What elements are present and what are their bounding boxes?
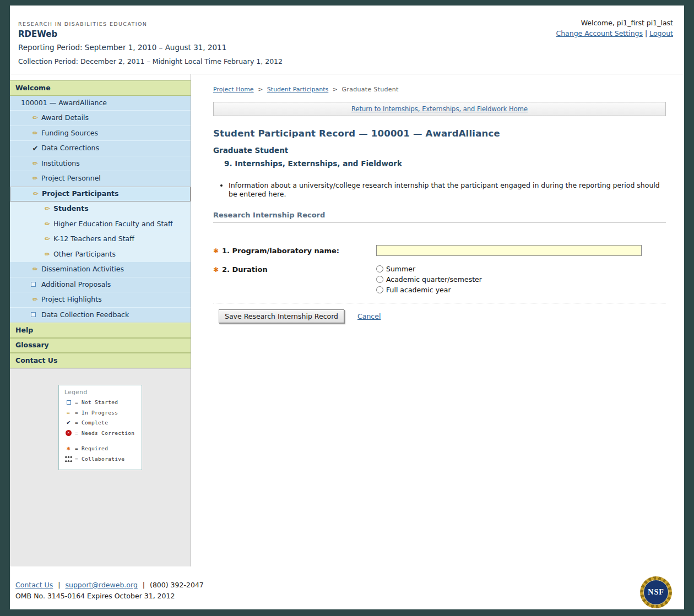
logout-link[interactable]: Logout bbox=[649, 29, 673, 37]
sidebar-item-label: Project Personnel bbox=[41, 171, 101, 186]
not-started-icon bbox=[31, 282, 36, 287]
sidebar-item-dissemination-activities[interactable]: ✏ Dissemination Activities bbox=[10, 262, 191, 277]
footer-email-link[interactable]: support@rdeweb.org bbox=[65, 581, 137, 589]
collaborative-icon bbox=[64, 456, 73, 462]
legend-item-collaborative: = Collaborative bbox=[64, 454, 138, 464]
sidebar-item-label: Other Participants bbox=[53, 247, 116, 262]
sidebar-item-contact-us[interactable]: Contact Us bbox=[10, 353, 191, 368]
sidebar-item-label: Award Details bbox=[41, 111, 89, 126]
duration-option-academic-quarter[interactable]: Academic quarter/semester bbox=[376, 274, 666, 285]
main-content: Project Home > Student Participants > Gr… bbox=[191, 74, 684, 566]
sidebar-item-project-participants[interactable]: ✏ Project Participants bbox=[10, 187, 191, 202]
check-icon: ✔ bbox=[64, 419, 73, 426]
breadcrumb-current: Graduate Student bbox=[341, 86, 398, 93]
not-started-icon bbox=[64, 400, 73, 405]
breadcrumb-student-participants[interactable]: Student Participants bbox=[267, 86, 328, 93]
pencil-icon: ✏ bbox=[64, 409, 73, 416]
pencil-icon: ✏ bbox=[31, 130, 40, 137]
form-row-program-name: ✱1. Program/laboratory name: bbox=[213, 245, 666, 256]
pencil-icon: ✏ bbox=[43, 251, 52, 258]
sidebar-item-award[interactable]: 100001 — AwardAlliance bbox=[10, 96, 191, 111]
sidebar-item-label: Additional Proposals bbox=[41, 277, 111, 292]
radio-academic-quarter[interactable] bbox=[376, 276, 383, 283]
sidebar-item-funding-sources[interactable]: ✏ Funding Sources bbox=[10, 126, 191, 141]
graduate-student-heading: Graduate Student bbox=[213, 146, 666, 155]
save-research-internship-button[interactable]: Save Research Internship Record bbox=[219, 309, 344, 323]
sidebar-item-data-collection-feedback[interactable]: Data Collection Feedback bbox=[10, 308, 191, 323]
pencil-icon: ✏ bbox=[31, 296, 40, 303]
sidebar-item-label: Data Collection Feedback bbox=[41, 308, 129, 323]
legend-item-complete: ✔ = Complete bbox=[64, 418, 138, 428]
sidebar-item-label: Project Participants bbox=[42, 187, 119, 201]
breadcrumb-project-home[interactable]: Project Home bbox=[213, 86, 254, 93]
sidebar-item-project-highlights[interactable]: ✏ Project Highlights bbox=[10, 292, 191, 308]
form-actions: Save Research Internship Record Cancel bbox=[213, 309, 666, 323]
legend-label: Collaborative bbox=[82, 456, 124, 462]
footer-contact-us-link[interactable]: Contact Us bbox=[15, 581, 53, 589]
sidebar-item-other-participants[interactable]: ✏ Other Participants bbox=[10, 247, 191, 263]
legend-label: Complete bbox=[82, 419, 108, 426]
header-account-area: Welcome, pi1_first pi1_last Change Accou… bbox=[556, 19, 673, 37]
info-list: Information about a university/college r… bbox=[229, 181, 666, 199]
sidebar-item-glossary[interactable]: Glossary bbox=[10, 338, 191, 353]
sidebar-item-institutions[interactable]: ✏ Institutions bbox=[10, 156, 191, 172]
not-started-icon bbox=[31, 312, 36, 317]
header-link-separator: | bbox=[645, 29, 647, 37]
form-row-duration: ✱2. Duration Summer Academic quarter/sem… bbox=[213, 264, 666, 295]
sidebar-item-label: Funding Sources bbox=[41, 126, 98, 141]
header: RESEARCH IN DISABILITIES EDUCATION RDEWe… bbox=[10, 6, 684, 74]
research-internship-form: ✱1. Program/laboratory name: ✱2. Duratio… bbox=[213, 245, 666, 295]
sidebar-item-welcome[interactable]: Welcome bbox=[10, 80, 191, 96]
sidebar-item-label: Data Corrections bbox=[41, 141, 99, 156]
reporting-period: Reporting Period: September 1, 2010 – Au… bbox=[18, 43, 673, 52]
duration-option-summer[interactable]: Summer bbox=[376, 264, 666, 274]
change-account-settings-link[interactable]: Change Account Settings bbox=[556, 29, 643, 37]
sidebar-item-students[interactable]: ✏ Students bbox=[10, 201, 191, 217]
required-icon: ✱ bbox=[64, 445, 73, 452]
legend-label: Needs Correction bbox=[82, 430, 134, 436]
cancel-link[interactable]: Cancel bbox=[357, 312, 381, 320]
check-icon: ✔ bbox=[31, 145, 40, 152]
section-divider bbox=[213, 303, 666, 303]
duration-label: ✱2. Duration bbox=[213, 264, 376, 295]
sidebar-item-help[interactable]: Help bbox=[10, 323, 191, 338]
nsf-logo-text: NSF bbox=[643, 580, 669, 605]
sidebar-item-label: Dissemination Activities bbox=[41, 262, 124, 277]
legend-label: Required bbox=[82, 445, 108, 451]
sidebar-item-award-details[interactable]: ✏ Award Details bbox=[10, 111, 191, 126]
radio-full-year[interactable] bbox=[376, 286, 383, 293]
footer: Contact Us | support@rdeweb.org | (800) … bbox=[10, 566, 684, 609]
sidebar-item-data-corrections[interactable]: ✔ Data Corrections bbox=[10, 141, 191, 156]
breadcrumb-separator: > bbox=[258, 86, 263, 93]
return-to-internships-link[interactable]: Return to Internships, Externships, and … bbox=[351, 105, 528, 113]
sidebar-fill: Legend = Not Started ✏ = In Progress bbox=[10, 368, 191, 567]
sidebar-item-higher-ed-faculty-staff[interactable]: ✏ Higher Education Faculty and Staff bbox=[10, 217, 191, 232]
page: RESEARCH IN DISABILITIES EDUCATION RDEWe… bbox=[0, 0, 694, 616]
legend-item-required: ✱ = Required bbox=[64, 444, 138, 454]
duration-option-full-year[interactable]: Full academic year bbox=[376, 285, 666, 295]
pencil-icon: ✏ bbox=[43, 205, 52, 212]
body: Welcome 100001 — AwardAlliance ✏ Award D… bbox=[10, 74, 684, 566]
sidebar-item-label: Project Highlights bbox=[41, 292, 102, 307]
legend-label: Not Started bbox=[82, 399, 118, 405]
sidebar-item-label: Students bbox=[53, 201, 89, 216]
pencil-icon: ✏ bbox=[43, 221, 52, 227]
nsf-logo: NSF bbox=[640, 576, 672, 608]
pencil-icon: ✏ bbox=[31, 115, 40, 121]
program-name-input[interactable] bbox=[376, 245, 642, 256]
sidebar-nav: Welcome 100001 — AwardAlliance ✏ Award D… bbox=[10, 74, 191, 566]
footer-separator: | bbox=[143, 581, 145, 589]
page-title: Student Participant Record — 100001 — Aw… bbox=[213, 128, 666, 139]
form-section-heading: Research Internship Record bbox=[213, 211, 666, 223]
sidebar-item-k12-teachers-staff[interactable]: ✏ K-12 Teachers and Staff bbox=[10, 232, 191, 247]
needs-correction-icon: ✕ bbox=[64, 430, 73, 436]
required-icon: ✱ bbox=[213, 247, 219, 255]
pencil-icon: ✏ bbox=[31, 266, 40, 272]
sidebar-item-project-personnel[interactable]: ✏ Project Personnel bbox=[10, 171, 191, 187]
pencil-icon: ✏ bbox=[31, 190, 40, 197]
pencil-icon: ✏ bbox=[31, 175, 40, 182]
radio-summer[interactable] bbox=[376, 265, 383, 272]
return-bar: Return to Internships, Externships, and … bbox=[213, 102, 666, 116]
sidebar-item-additional-proposals[interactable]: Additional Proposals bbox=[10, 277, 191, 293]
breadcrumb-separator: > bbox=[333, 86, 338, 93]
